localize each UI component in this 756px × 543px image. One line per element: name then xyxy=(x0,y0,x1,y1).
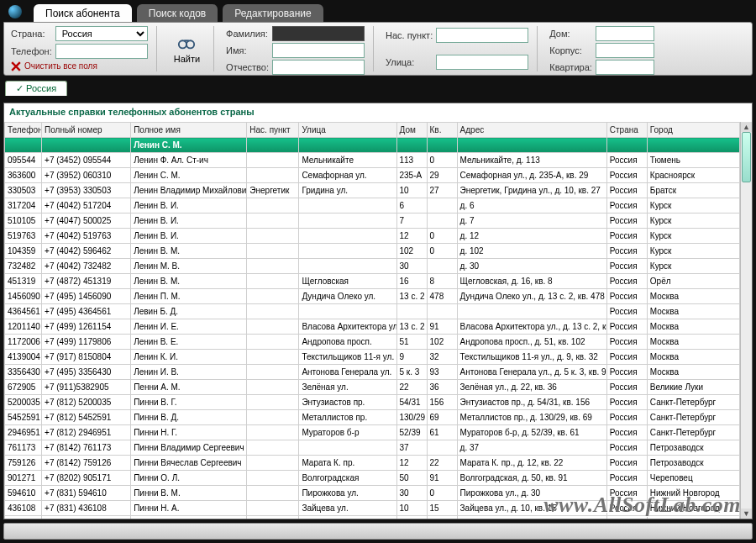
table-cell: Курск xyxy=(647,244,739,259)
col-header-9[interactable]: Город xyxy=(647,123,739,138)
table-row[interactable]: 330503+7 (3953) 330503Ленин Владимир Мих… xyxy=(5,183,740,198)
results-scroll[interactable]: ТелефонПолный номерПолное имяНас. пунктУ… xyxy=(4,122,740,519)
table-cell: Россия xyxy=(606,168,647,183)
table-row[interactable]: 519763+7 (4042) 519763Ленин В. И.120д. 1… xyxy=(5,229,740,244)
table-cell: 10 xyxy=(427,516,457,519)
table-cell: Курск xyxy=(647,229,739,244)
table-cell: Тюмень xyxy=(647,153,739,168)
table-row[interactable]: 363600+7 (3952) 060310Ленин С. М.Семафор… xyxy=(5,168,740,183)
table-row[interactable]: 1201140+7 (499) 1261154Ленин И. Е.Власов… xyxy=(5,319,740,335)
table-row[interactable]: 4139004+7 (917) 8150804Ленин К. И.Тексти… xyxy=(5,350,740,365)
table-row[interactable]: 5200035+7 (812) 5200035Пинни В. Г.Энтузи… xyxy=(5,395,740,410)
name-input[interactable] xyxy=(272,43,365,58)
table-cell: 51 xyxy=(396,335,427,350)
table-cell: 104359 xyxy=(5,244,42,259)
table-cell: 451319 xyxy=(5,274,42,289)
table-cell: Россия xyxy=(606,365,647,380)
table-cell: Москва xyxy=(647,350,739,365)
table-cell: 54/31 xyxy=(396,395,427,410)
col-header-1[interactable]: Полный номер xyxy=(42,123,131,138)
table-row[interactable]: 314920+7 (8312) 314920Пинни К. М.Морыка … xyxy=(5,516,740,519)
col-header-4[interactable]: Улица xyxy=(299,123,396,138)
col-header-0[interactable]: Телефон xyxy=(5,123,42,138)
locality-input[interactable] xyxy=(436,28,528,43)
table-row[interactable]: 3356430+7 (495) 3356430Ленин И. В.Антоно… xyxy=(5,365,740,380)
subtab-country[interactable]: ✓ Россия xyxy=(5,81,67,96)
street-input[interactable] xyxy=(436,55,528,70)
table-row[interactable]: 4364561+7 (495) 4364561Левин Б. Д.Россия… xyxy=(5,304,740,319)
clear-all-label: Очистить все поля xyxy=(24,61,97,71)
table-cell xyxy=(457,304,606,319)
scroll-down-arrow[interactable]: ▼ xyxy=(741,509,752,519)
country-select[interactable]: Россия xyxy=(55,26,148,41)
table-cell: Нижний Новгород xyxy=(647,501,739,516)
house-input[interactable] xyxy=(596,26,654,41)
table-cell xyxy=(396,138,427,153)
col-header-6[interactable]: Кв. xyxy=(427,123,457,138)
table-row[interactable]: 2946951+7 (812) 2946951Пинни Н. Г.Мурато… xyxy=(5,425,740,440)
col-header-5[interactable]: Дом xyxy=(396,123,427,138)
vertical-scrollbar[interactable]: ▲ ▼ xyxy=(740,122,752,519)
table-cell: Пинни Вячеслав Сергеевич xyxy=(131,456,247,471)
col-header-8[interactable]: Страна xyxy=(606,123,647,138)
table-cell: 36 xyxy=(427,380,457,395)
group-address2: Дом: Корпус: Квартира: xyxy=(549,26,663,71)
tab-edit[interactable]: Редактирование xyxy=(223,4,323,22)
col-header-2[interactable]: Полное имя xyxy=(131,123,247,138)
table-row[interactable]: 594610+7 (831) 594610Пинни В. М.Пирожков… xyxy=(5,486,740,501)
surname-input[interactable] xyxy=(272,26,365,41)
table-row[interactable]: 672905+7 (911)5382905Пенни А. М.Зелёная … xyxy=(5,380,740,395)
table-cell: 510105 xyxy=(5,214,42,229)
table-row[interactable]: 510105+7 (4047) 500025Ленин В. И.7д. 7Ро… xyxy=(5,214,740,229)
table-row[interactable]: 1172006+7 (499) 1179806Ленин В. Е.Андроп… xyxy=(5,335,740,350)
table-row[interactable]: 759126+7 (8142) 759126Пинни Вячеслав Сер… xyxy=(5,456,740,471)
tab-search-codes[interactable]: Поиск кодов xyxy=(137,4,218,22)
table-cell: Морыка ул. xyxy=(299,516,396,519)
table-cell: 113 xyxy=(396,153,427,168)
tab-search-subscriber[interactable]: Поиск абонента xyxy=(34,4,132,22)
table-cell xyxy=(427,214,457,229)
col-header-7[interactable]: Адрес xyxy=(457,123,606,138)
table-row[interactable]: 317204+7 (4042) 517204Ленин В. И.6д. 6Ро… xyxy=(5,198,740,214)
table-cell: Ленин И. В. xyxy=(131,365,247,380)
table-cell: Мельникайте xyxy=(299,153,396,168)
table-cell xyxy=(606,516,647,519)
scroll-thumb[interactable] xyxy=(742,132,751,182)
table-row[interactable]: 761173+7 (8142) 761173Пинни Владимир Сер… xyxy=(5,440,740,456)
table-row[interactable]: 104359+7 (4042) 596462Ленин В. М.1020д. … xyxy=(5,244,740,259)
table-cell: 91 xyxy=(427,319,457,335)
table-cell xyxy=(299,259,396,274)
table-cell: Ленин М. В. xyxy=(131,259,247,274)
col-header-3[interactable]: Нас. пункт xyxy=(247,123,299,138)
clear-all-button[interactable]: Очистить все поля xyxy=(11,61,148,71)
building-input[interactable] xyxy=(596,43,654,58)
table-row[interactable]: 901271+7 (8202) 905171Пинни О. Л.Волгогр… xyxy=(5,471,740,486)
table-cell: 0 xyxy=(427,244,457,259)
table-cell xyxy=(247,471,299,486)
table-cell xyxy=(247,501,299,516)
table-cell: Россия xyxy=(606,350,647,365)
phone-input[interactable] xyxy=(55,44,148,59)
table-row[interactable]: 732482+7 (4042) 732482Ленин М. В.30д. 30… xyxy=(5,259,740,274)
table-cell: 52/39 xyxy=(396,425,427,440)
flat-input[interactable] xyxy=(596,60,654,75)
table-row[interactable]: 451319+7 (4872) 451319Ленин В. М.Щегловс… xyxy=(5,274,740,289)
table-row[interactable]: Ленин С. М. xyxy=(5,138,740,153)
table-cell: Москва xyxy=(647,289,739,304)
table-row[interactable]: 1456090+7 (495) 1456090Ленин П. М.Дундич… xyxy=(5,289,740,304)
table-cell: Москва xyxy=(647,365,739,380)
find-button[interactable]: Найти xyxy=(169,32,205,66)
table-cell: д. 102 xyxy=(457,244,606,259)
table-row[interactable]: 436108+7 (831) 436108Пинни Н. А.Зайцева … xyxy=(5,501,740,516)
table-cell xyxy=(247,319,299,335)
scroll-up-arrow[interactable]: ▲ xyxy=(741,122,752,132)
patronymic-input[interactable] xyxy=(272,60,365,75)
table-cell: Петрозаводск xyxy=(647,440,739,456)
table-cell xyxy=(247,456,299,471)
table-cell xyxy=(299,304,396,319)
table-row[interactable]: 095544+7 (3452) 095544Ленин Ф. Ал. Ст-ич… xyxy=(5,153,740,168)
table-cell xyxy=(247,198,299,214)
table-cell: Зелёная ул. xyxy=(299,380,396,395)
table-cell: +7 (3952) 060310 xyxy=(42,168,131,183)
table-row[interactable]: 5452591+7 (812) 5452591Пинни В. Д.Металл… xyxy=(5,410,740,425)
